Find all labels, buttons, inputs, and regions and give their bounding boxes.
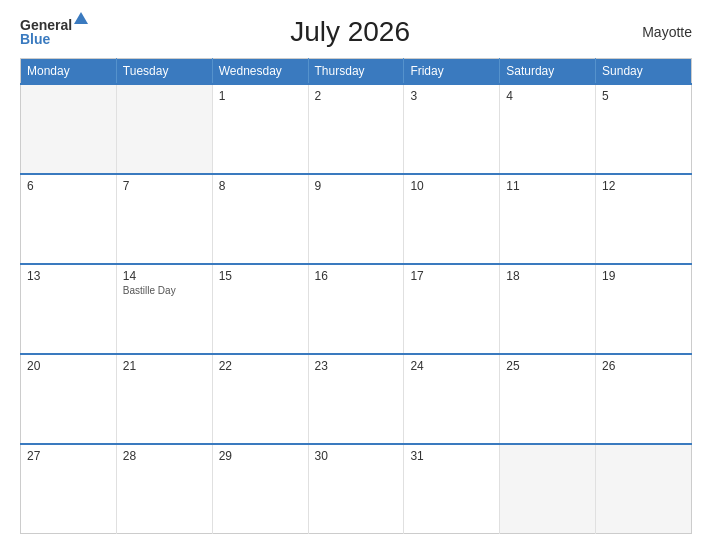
calendar-cell: 15 xyxy=(212,264,308,354)
day-number: 10 xyxy=(410,179,493,193)
event-label: Bastille Day xyxy=(123,285,206,296)
calendar-cell: 2 xyxy=(308,84,404,174)
calendar-week-row: 1314Bastille Day1516171819 xyxy=(21,264,692,354)
day-number: 29 xyxy=(219,449,302,463)
calendar-cell: 11 xyxy=(500,174,596,264)
calendar-cell: 24 xyxy=(404,354,500,444)
day-number: 5 xyxy=(602,89,685,103)
day-number: 18 xyxy=(506,269,589,283)
day-number: 21 xyxy=(123,359,206,373)
calendar-cell xyxy=(500,444,596,534)
month-title: July 2026 xyxy=(88,16,612,48)
day-number: 6 xyxy=(27,179,110,193)
calendar-cell: 4 xyxy=(500,84,596,174)
calendar-cell xyxy=(116,84,212,174)
day-number: 28 xyxy=(123,449,206,463)
calendar-cell: 12 xyxy=(596,174,692,264)
calendar-cell: 9 xyxy=(308,174,404,264)
calendar-cell: 14Bastille Day xyxy=(116,264,212,354)
day-number: 13 xyxy=(27,269,110,283)
logo-triangle-icon xyxy=(74,12,88,24)
calendar-cell: 20 xyxy=(21,354,117,444)
day-number: 30 xyxy=(315,449,398,463)
calendar-cell: 31 xyxy=(404,444,500,534)
day-number: 3 xyxy=(410,89,493,103)
day-number: 20 xyxy=(27,359,110,373)
calendar-cell: 25 xyxy=(500,354,596,444)
day-number: 4 xyxy=(506,89,589,103)
calendar-cell: 13 xyxy=(21,264,117,354)
col-sunday: Sunday xyxy=(596,59,692,85)
day-number: 11 xyxy=(506,179,589,193)
col-monday: Monday xyxy=(21,59,117,85)
calendar-cell: 26 xyxy=(596,354,692,444)
day-number: 1 xyxy=(219,89,302,103)
day-number: 27 xyxy=(27,449,110,463)
calendar-cell: 29 xyxy=(212,444,308,534)
calendar-cell: 18 xyxy=(500,264,596,354)
calendar-week-row: 2728293031 xyxy=(21,444,692,534)
calendar-cell: 8 xyxy=(212,174,308,264)
calendar-table: Monday Tuesday Wednesday Thursday Friday… xyxy=(20,58,692,534)
day-number: 14 xyxy=(123,269,206,283)
day-number: 17 xyxy=(410,269,493,283)
calendar-week-row: 12345 xyxy=(21,84,692,174)
calendar-cell: 17 xyxy=(404,264,500,354)
day-number: 31 xyxy=(410,449,493,463)
calendar-cell xyxy=(21,84,117,174)
day-number: 23 xyxy=(315,359,398,373)
day-number: 2 xyxy=(315,89,398,103)
day-number: 25 xyxy=(506,359,589,373)
calendar-cell: 28 xyxy=(116,444,212,534)
header: General Blue July 2026 Mayotte xyxy=(20,16,692,48)
day-number: 8 xyxy=(219,179,302,193)
calendar-cell: 7 xyxy=(116,174,212,264)
day-number: 15 xyxy=(219,269,302,283)
calendar-cell: 22 xyxy=(212,354,308,444)
col-friday: Friday xyxy=(404,59,500,85)
calendar-cell: 30 xyxy=(308,444,404,534)
region-label: Mayotte xyxy=(612,24,692,40)
day-number: 7 xyxy=(123,179,206,193)
calendar-week-row: 6789101112 xyxy=(21,174,692,264)
calendar-cell xyxy=(596,444,692,534)
day-number: 12 xyxy=(602,179,685,193)
day-number: 24 xyxy=(410,359,493,373)
calendar-week-row: 20212223242526 xyxy=(21,354,692,444)
logo-blue: Blue xyxy=(20,32,88,46)
calendar-cell: 10 xyxy=(404,174,500,264)
page: General Blue July 2026 Mayotte Monday Tu… xyxy=(0,0,712,550)
col-wednesday: Wednesday xyxy=(212,59,308,85)
day-number: 22 xyxy=(219,359,302,373)
col-tuesday: Tuesday xyxy=(116,59,212,85)
calendar-cell: 1 xyxy=(212,84,308,174)
calendar-cell: 19 xyxy=(596,264,692,354)
day-number: 16 xyxy=(315,269,398,283)
col-thursday: Thursday xyxy=(308,59,404,85)
calendar-cell: 16 xyxy=(308,264,404,354)
logo: General Blue xyxy=(20,18,88,46)
calendar-cell: 23 xyxy=(308,354,404,444)
calendar-cell: 21 xyxy=(116,354,212,444)
col-saturday: Saturday xyxy=(500,59,596,85)
calendar-cell: 5 xyxy=(596,84,692,174)
calendar-cell: 6 xyxy=(21,174,117,264)
calendar-cell: 27 xyxy=(21,444,117,534)
day-number: 26 xyxy=(602,359,685,373)
logo-general: General xyxy=(20,18,72,32)
calendar-header-row: Monday Tuesday Wednesday Thursday Friday… xyxy=(21,59,692,85)
calendar-cell: 3 xyxy=(404,84,500,174)
day-number: 9 xyxy=(315,179,398,193)
day-number: 19 xyxy=(602,269,685,283)
